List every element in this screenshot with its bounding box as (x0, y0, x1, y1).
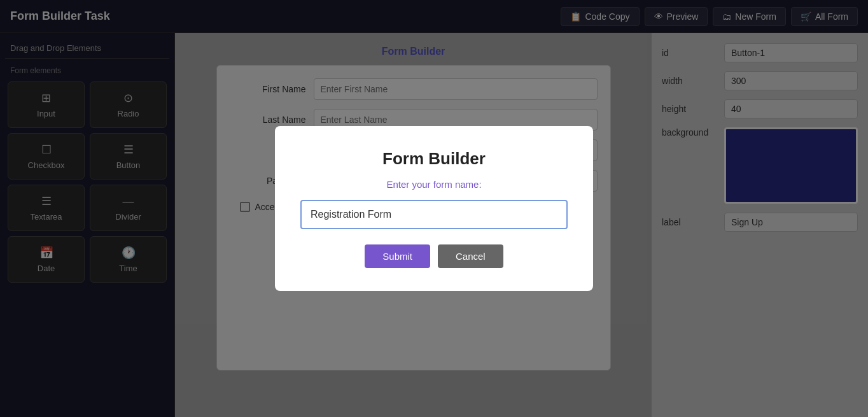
modal-subtitle: Enter your form name: (386, 179, 481, 190)
modal-buttons: Submit Cancel (365, 244, 503, 268)
modal-cancel-button[interactable]: Cancel (438, 244, 503, 268)
modal-title: Form Builder (382, 149, 486, 169)
modal-submit-button[interactable]: Submit (365, 244, 430, 268)
modal-box: Form Builder Enter your form name: Submi… (275, 126, 593, 291)
modal-form-name-input[interactable] (300, 200, 568, 229)
modal-overlay: Form Builder Enter your form name: Submi… (0, 0, 868, 417)
